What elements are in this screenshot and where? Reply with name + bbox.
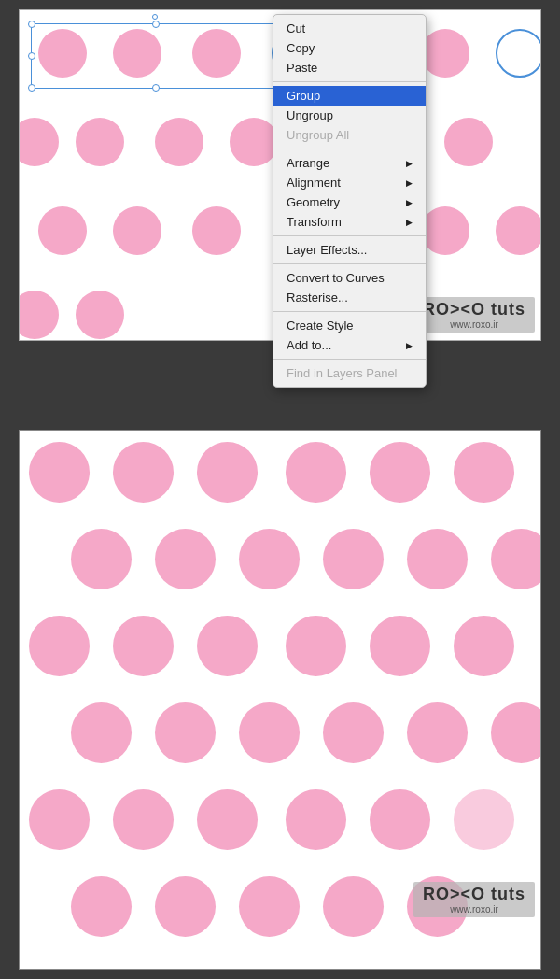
menu-group[interactable]: Group bbox=[273, 86, 426, 106]
menu-layer-effects[interactable]: Layer Effects... bbox=[273, 240, 426, 260]
menu-ungroup[interactable]: Ungroup bbox=[273, 106, 426, 125]
menu-arrange[interactable]: Arrange bbox=[273, 153, 426, 173]
separator-3 bbox=[273, 235, 426, 236]
separator-5 bbox=[273, 311, 426, 312]
separator-2 bbox=[273, 149, 426, 149]
menu-convert-curves[interactable]: Convert to Curves bbox=[273, 268, 426, 288]
menu-alignment[interactable]: Alignment bbox=[273, 173, 426, 192]
handle-ml bbox=[28, 52, 35, 60]
menu-find-layers[interactable]: Find in Layers Panel bbox=[273, 363, 426, 383]
menu-paste[interactable]: Paste bbox=[273, 58, 426, 78]
separator-1 bbox=[273, 81, 426, 82]
watermark-subtitle: www.roxo.ir bbox=[423, 319, 525, 330]
handle-tl bbox=[28, 21, 35, 28]
watermark-title: RO><O tuts bbox=[423, 300, 525, 319]
watermark-bottom-subtitle: www.roxo.ir bbox=[423, 904, 525, 915]
menu-rasterise[interactable]: Rasterise... bbox=[273, 288, 426, 307]
anchor-top bbox=[152, 14, 158, 20]
menu-cut[interactable]: Cut bbox=[273, 19, 426, 38]
separator-6 bbox=[273, 359, 426, 360]
watermark-bottom-title: RO><O tuts bbox=[423, 885, 525, 904]
canvas-bottom: RO><O tuts www.roxo.ir bbox=[19, 430, 541, 970]
menu-ungroup-all[interactable]: Ungroup All bbox=[273, 125, 426, 145]
context-menu: Cut Copy Paste Group Ungroup Ungroup All… bbox=[273, 14, 427, 388]
menu-add-to[interactable]: Add to... bbox=[273, 335, 426, 355]
separator-4 bbox=[273, 263, 426, 264]
menu-create-style[interactable]: Create Style bbox=[273, 316, 426, 335]
watermark-top: RO><O tuts www.roxo.ir bbox=[413, 297, 535, 333]
menu-copy[interactable]: Copy bbox=[273, 38, 426, 58]
menu-transform[interactable]: Transform bbox=[273, 212, 426, 232]
watermark-bottom: RO><O tuts www.roxo.ir bbox=[413, 882, 535, 917]
menu-geometry[interactable]: Geometry bbox=[273, 192, 426, 212]
handle-tc bbox=[152, 21, 160, 28]
selection-box bbox=[31, 23, 281, 89]
handle-bc bbox=[152, 84, 160, 92]
handle-bl bbox=[28, 84, 35, 92]
